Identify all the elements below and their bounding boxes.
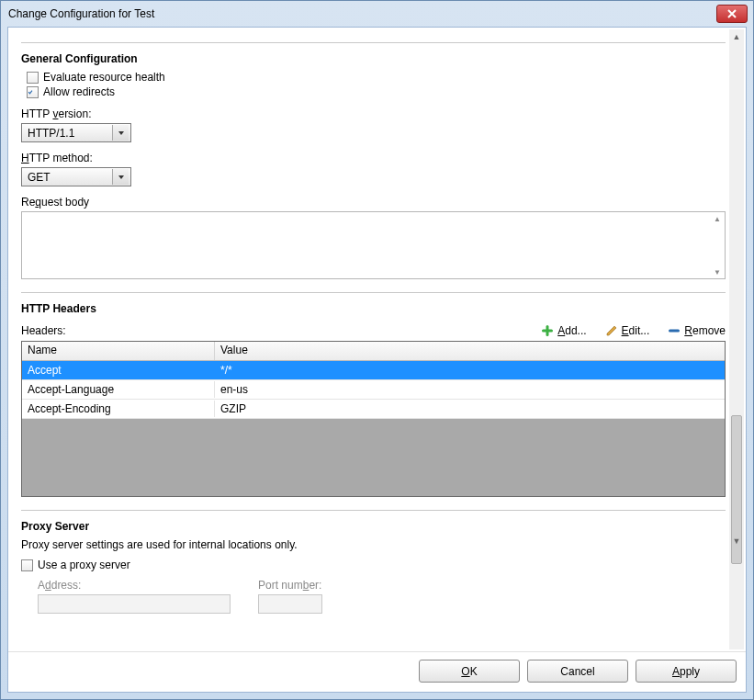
scroll-area: General Configuration Evaluate resource … [8, 28, 746, 651]
remove-header-label: Remove [684, 324, 726, 337]
main-scrollbar[interactable]: ▲ ▼ [729, 29, 744, 649]
separator [21, 292, 726, 293]
headers-table-head: Name Value [22, 342, 725, 361]
request-body-label: Request body [21, 196, 726, 209]
scroll-down-icon[interactable]: ▼ [710, 265, 725, 278]
header-name-cell: Accept-Encoding [22, 401, 215, 417]
add-header-label: Add... [557, 324, 586, 337]
general-configuration-heading: General Configuration [21, 52, 726, 65]
headers-toolbar: Headers: Add... Edit... [21, 324, 726, 337]
proxy-address-input [38, 594, 231, 614]
header-name-cell: Accept-Language [22, 381, 215, 398]
header-value-cell: GZIP [215, 401, 725, 417]
cancel-button[interactable]: Cancel [527, 660, 628, 683]
proxy-description: Proxy server settings are used for inter… [21, 538, 726, 551]
remove-header-button[interactable]: Remove [668, 324, 726, 337]
proxy-server-heading: Proxy Server [21, 520, 726, 533]
allow-redirects-row: Allow redirects [27, 85, 726, 98]
pencil-icon [605, 324, 618, 337]
evaluate-resource-health-checkbox[interactable] [27, 72, 39, 84]
scroll-down-icon[interactable]: ▼ [729, 534, 744, 548]
http-version-value: HTTP/1.1 [28, 127, 107, 140]
chevron-down-icon [118, 130, 125, 137]
close-icon [727, 9, 737, 18]
http-headers-heading: HTTP Headers [21, 302, 726, 315]
request-body-textarea[interactable]: ▲ ▼ [21, 211, 726, 279]
use-proxy-label: Use a proxy server [38, 559, 130, 571]
http-method-combo[interactable]: GET [21, 167, 131, 186]
headers-list-label: Headers: [21, 324, 523, 337]
headers-col-name[interactable]: Name [22, 342, 215, 360]
evaluate-resource-health-label: Evaluate resource health [43, 71, 165, 84]
header-value-cell: */* [215, 362, 725, 378]
request-body-scrollbar[interactable]: ▲ ▼ [710, 212, 725, 278]
edit-header-label: Edit... [622, 324, 650, 337]
proxy-address-field: Address: [38, 579, 231, 614]
table-row[interactable]: Accept-EncodingGZIP [22, 400, 725, 419]
client-area: General Configuration Evaluate resource … [7, 27, 747, 693]
table-row[interactable]: Accept-Languageen-us [22, 380, 725, 400]
edit-header-button[interactable]: Edit... [605, 324, 650, 337]
table-row[interactable]: Accept*/* [22, 361, 725, 380]
headers-table-body: Accept*/*Accept-Languageen-usAccept-Enco… [22, 361, 725, 419]
scroll-up-icon[interactable]: ▲ [729, 29, 744, 44]
http-version-combo[interactable]: HTTP/1.1 [21, 123, 131, 142]
allow-redirects-label: Allow redirects [43, 85, 115, 98]
headers-table[interactable]: Name Value Accept*/*Accept-Languageen-us… [21, 341, 726, 497]
chevron-down-icon [118, 174, 125, 181]
dialog-window: Change Configuration for Test General Co… [0, 0, 754, 700]
ok-button[interactable]: OK [419, 660, 520, 683]
apply-button[interactable]: Apply [636, 660, 737, 683]
evaluate-resource-health-row: Evaluate resource health [27, 71, 726, 84]
plus-icon [541, 324, 554, 337]
check-icon [28, 87, 33, 97]
header-name-cell: Accept [22, 362, 215, 378]
allow-redirects-checkbox[interactable] [27, 86, 39, 98]
dialog-button-row: OK Cancel Apply [8, 651, 746, 692]
minus-icon [668, 324, 681, 337]
proxy-port-input [258, 594, 322, 614]
http-version-dropdown-button[interactable] [112, 125, 129, 141]
headers-col-value[interactable]: Value [215, 342, 725, 360]
add-header-button[interactable]: Add... [541, 324, 586, 337]
proxy-fields: Address: Port number: [38, 579, 726, 614]
separator [21, 42, 726, 43]
svg-rect-1 [542, 330, 553, 333]
http-version-label: HTTP version: [21, 107, 726, 120]
http-method-dropdown-button[interactable] [112, 169, 129, 185]
use-proxy-checkbox[interactable] [21, 559, 33, 571]
separator [21, 510, 726, 511]
http-method-label: HTTP method: [21, 152, 726, 164]
titlebar: Change Configuration for Test [1, 1, 753, 27]
window-title: Change Configuration for Test [8, 7, 716, 20]
scroll-up-icon[interactable]: ▲ [710, 212, 725, 225]
header-value-cell: en-us [215, 381, 725, 398]
proxy-port-label: Port number: [258, 579, 322, 592]
proxy-port-field: Port number: [258, 579, 322, 614]
close-button[interactable] [716, 5, 748, 23]
proxy-address-label: Address: [38, 579, 231, 592]
use-proxy-row: Use a proxy server [21, 559, 726, 571]
http-method-value: GET [28, 171, 107, 184]
svg-rect-2 [669, 330, 680, 333]
